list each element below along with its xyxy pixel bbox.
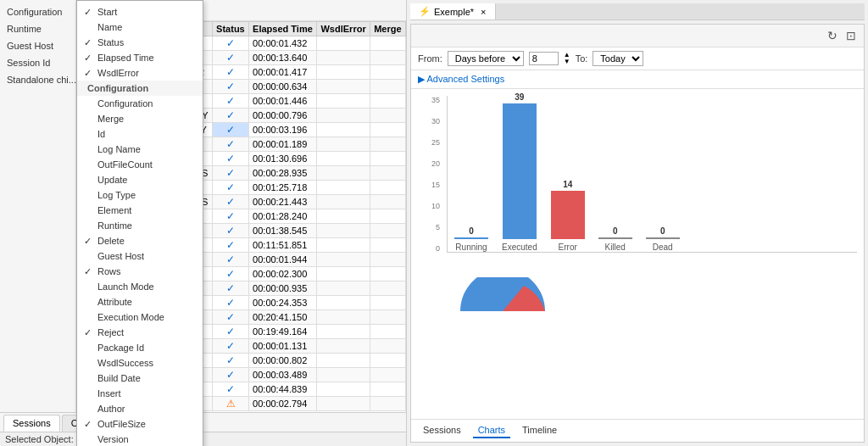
bar-executed-label: Executed	[502, 243, 537, 252]
menu-item-start[interactable]: Start	[77, 4, 203, 20]
tab-label: Exemple*	[434, 7, 474, 17]
tab-sessions[interactable]: Sessions	[3, 415, 60, 432]
menu-item-version[interactable]: Version	[77, 432, 203, 446]
cell-status: ✓	[213, 152, 249, 166]
cell-wsdlerror	[317, 181, 370, 195]
cell-status: ✓	[213, 51, 249, 65]
menu-item-outfilecount[interactable]: OutFileCount	[77, 157, 203, 172]
cell-elapsed: 00:00:00.796	[249, 109, 317, 123]
cell-wsdlerror	[317, 382, 370, 397]
sidebar-item-guesthost[interactable]: Guest Host	[0, 37, 75, 54]
cell-wsdlerror	[317, 224, 370, 238]
cell-merge	[370, 94, 406, 109]
cell-wsdlerror	[317, 282, 370, 296]
cell-wsdlerror	[317, 267, 370, 282]
cell-status: ✓	[213, 36, 249, 51]
cell-elapsed: 00:00:03.196	[249, 123, 317, 137]
sidebar-item-configuration[interactable]: Configuration	[0, 3, 75, 20]
menu-item-attribute[interactable]: Attribute	[77, 294, 203, 309]
menu-item-author[interactable]: Author	[77, 401, 203, 416]
chart-tab-charts[interactable]: Charts	[473, 423, 510, 438]
cell-elapsed: 00:19:49.164	[249, 325, 317, 339]
cell-elapsed: 00:00:02.794	[249, 397, 317, 411]
cell-elapsed: 00:20:41.150	[249, 310, 317, 325]
menu-item-insert[interactable]: Insert	[77, 386, 203, 401]
bar-killed: 0 Killed	[598, 226, 632, 252]
cell-merge	[370, 296, 406, 310]
cell-elapsed: 00:00:02.300	[249, 267, 317, 282]
cell-status: ✓	[213, 339, 249, 354]
sidebar-item-runtime[interactable]: Runtime	[0, 20, 75, 37]
menu-item-update[interactable]: Update	[77, 172, 203, 187]
refresh-icon[interactable]: ↻	[825, 28, 840, 43]
chart-tab-sessions[interactable]: Sessions	[418, 423, 466, 438]
cell-wsdlerror	[317, 51, 370, 65]
chart-area: 35 30 25 20 15 10 5 0 0 Running	[411, 89, 864, 419]
col-status[interactable]: Status	[213, 22, 249, 36]
cell-wsdlerror	[317, 65, 370, 80]
cell-merge	[370, 109, 406, 123]
sidebar: Configuration Runtime Guest Host Session…	[0, 0, 76, 412]
cell-status: ✓	[213, 109, 249, 123]
tab-close-btn[interactable]: ×	[481, 7, 486, 17]
bar-executed-rect	[503, 103, 537, 239]
cell-merge	[370, 224, 406, 238]
menu-item-status[interactable]: Status	[77, 35, 203, 50]
col-merge[interactable]: Merge	[370, 22, 406, 36]
bar-running: 0 Running	[454, 226, 488, 252]
menu-item-build-date[interactable]: Build Date	[77, 371, 203, 386]
menu-item-name[interactable]: Name	[77, 20, 203, 35]
cell-status: ✓	[213, 238, 249, 253]
menu-item-wsdlsuccess[interactable]: WsdlSuccess	[77, 355, 203, 371]
restore-icon[interactable]: ⊡	[843, 28, 859, 43]
cell-merge	[370, 238, 406, 253]
menu-item-outfilesize[interactable]: OutFileSize	[77, 416, 203, 432]
menu-item-rows[interactable]: Rows	[77, 264, 203, 279]
bar-dead-value: 0	[660, 226, 665, 236]
menu-item-package-id[interactable]: Package Id	[77, 340, 203, 355]
chart-tab-timeline[interactable]: Timeline	[517, 423, 562, 438]
cell-merge	[370, 267, 406, 282]
panel-tabs: ⚡ Exemple* ×	[410, 3, 865, 20]
menu-item-runtime[interactable]: Runtime	[77, 218, 203, 233]
cell-status: ✓	[213, 123, 249, 137]
cell-elapsed: 00:00:28.935	[249, 166, 317, 181]
menu-item-id[interactable]: Id	[77, 126, 203, 142]
menu-item-wsdlerror[interactable]: WsdlError	[77, 65, 203, 81]
sidebar-item-sessionid[interactable]: Session Id	[0, 54, 75, 71]
tab-lightning-icon: ⚡	[419, 6, 431, 17]
col-wsdlerror[interactable]: WsdlError	[317, 22, 370, 36]
cell-elapsed: 00:00:01.446	[249, 94, 317, 109]
menu-item-merge[interactable]: Merge	[77, 111, 203, 126]
menu-item-reject[interactable]: Reject	[77, 325, 203, 340]
cell-elapsed: 00:00:13.640	[249, 51, 317, 65]
to-select[interactable]: Today	[593, 51, 643, 66]
menu-item-elapsed-time[interactable]: Elapsed Time	[77, 50, 203, 65]
cell-status: ⚠	[213, 397, 249, 411]
days-input[interactable]	[529, 52, 559, 65]
cell-merge	[370, 65, 406, 80]
menu-item-log-name[interactable]: Log Name	[77, 142, 203, 157]
cell-status: ✓	[213, 310, 249, 325]
cell-elapsed: 00:00:01.131	[249, 339, 317, 354]
menu-item-configuration[interactable]: Configuration	[77, 96, 203, 111]
menu-item-guest-host[interactable]: Guest Host	[77, 248, 203, 264]
col-elapsed[interactable]: Elapsed Time	[249, 22, 317, 36]
cell-wsdlerror	[317, 339, 370, 354]
cell-merge	[370, 123, 406, 137]
cell-status: ✓	[213, 382, 249, 397]
menu-item-delete[interactable]: Delete	[77, 233, 203, 248]
cell-merge	[370, 195, 406, 209]
cell-elapsed: 00:11:51.851	[249, 238, 317, 253]
menu-item-execution-mode[interactable]: Execution Mode	[77, 309, 203, 325]
menu-item-element[interactable]: Element	[77, 203, 203, 218]
menu-item-launch-mode[interactable]: Launch Mode	[77, 279, 203, 294]
sidebar-item-standalone[interactable]: Standalone chi...	[0, 71, 75, 88]
panel-tab-exemple[interactable]: ⚡ Exemple* ×	[410, 3, 496, 20]
menu-item-log-type[interactable]: Log Type	[77, 187, 203, 203]
from-select[interactable]: Days before	[448, 51, 524, 66]
days-decrement-icon[interactable]: ▼	[564, 59, 570, 65]
advanced-settings-header[interactable]: ▶ Advanced Settings	[418, 74, 857, 85]
bar-error: 14 Error	[551, 180, 585, 252]
cell-wsdlerror	[317, 368, 370, 382]
